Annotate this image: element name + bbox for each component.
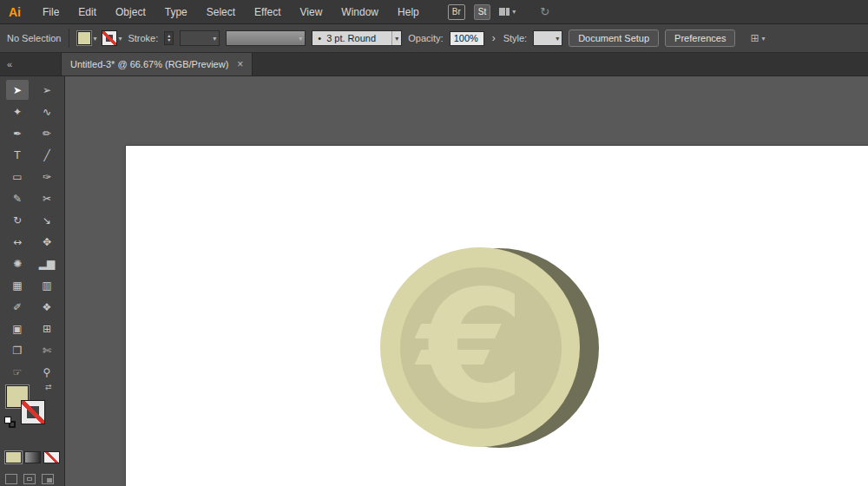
preferences-button[interactable]: Preferences [665, 30, 735, 47]
stroke-weight-dropdown[interactable]: ▾ [180, 30, 220, 46]
lasso-tool[interactable]: ∿ [36, 102, 58, 122]
magic-wand-tool[interactable]: ✦ [6, 102, 29, 122]
euro-symbol: € [372, 247, 571, 445]
tools-panel: ➤➢✦∿✒✏T╱▭✑✎✂↻↘↔✥✺▂▆▦▥✐❖▣⊞❐✄☞⚲ ⇄ [0, 76, 65, 486]
main-area: ➤➢✦∿✒✏T╱▭✑✎✂↻↘↔✥✺▂▆▦▥✐❖▣⊞❐✄☞⚲ ⇄ [0, 76, 868, 486]
control-bar: No Selection ▾ ▾ Stroke: ▴ ▾ ▾ ▾ • 3 pt.… [0, 24, 868, 53]
stroke-swatch [102, 31, 116, 45]
color-button[interactable] [5, 451, 22, 463]
menu-bar: Ai FileEditObjectTypeSelectEffectViewWin… [0, 0, 868, 24]
align-options-dropdown[interactable]: ⊞ ▾ [750, 32, 765, 44]
draw-behind-mode-button[interactable] [23, 474, 36, 484]
draw-inside-mode-button[interactable] [42, 474, 54, 484]
close-tab-icon[interactable]: × [237, 58, 243, 70]
app-logo: Ai [9, 5, 21, 19]
brush-definition-value: 3 pt. Round [326, 33, 376, 43]
stroke-color-well[interactable] [22, 401, 44, 424]
column-graph-tool[interactable]: ▂▆ [36, 253, 58, 273]
none-button[interactable] [43, 451, 60, 463]
blend-tool[interactable]: ❖ [36, 297, 58, 317]
stroke-weight-stepper[interactable]: ▴ ▾ [164, 31, 174, 45]
menu-item-window[interactable]: Window [332, 0, 388, 24]
style-label[interactable]: Style: [503, 33, 528, 43]
menu-right-icons: Br St ▾ ↻ [448, 4, 549, 20]
width-tool[interactable]: ↔ [6, 232, 29, 252]
swap-fill-stroke-icon[interactable]: ⇄ [45, 383, 52, 391]
menu: FileEditObjectTypeSelectEffectViewWindow… [33, 0, 429, 24]
width-profile-dropdown[interactable]: ▾ [226, 30, 306, 46]
scissors-tool[interactable]: ✂ [36, 188, 58, 208]
draw-normal-mode-button[interactable] [5, 474, 17, 484]
scale-tool[interactable]: ↘ [36, 210, 58, 230]
direct-selection-tool[interactable]: ➢ [36, 80, 58, 100]
collapse-panel-button[interactable]: « [0, 53, 61, 76]
none-slash-icon [102, 31, 116, 45]
mesh-tool[interactable]: ▦ [6, 275, 29, 295]
opacity-label[interactable]: Opacity: [408, 33, 443, 43]
chevron-down-icon: ▾ [391, 31, 401, 45]
menu-item-type[interactable]: Type [155, 0, 197, 24]
artboard-tool[interactable]: ❐ [6, 340, 29, 360]
chevron-down-icon: ▾ [761, 35, 765, 43]
type-tool[interactable]: T [6, 145, 29, 165]
drawing-mode-buttons [5, 474, 54, 484]
canvas-area[interactable]: € [65, 76, 868, 486]
slice-tool[interactable]: ✄ [36, 340, 58, 360]
rectangle-tool[interactable]: ▭ [6, 167, 29, 187]
chevron-down-icon: ▾ [296, 35, 305, 43]
blob-brush-tool[interactable]: ✏ [36, 123, 58, 143]
bridge-button[interactable]: Br [448, 4, 465, 20]
euro-coin-artwork[interactable]: € [126, 146, 868, 486]
gradient-button[interactable] [24, 451, 41, 463]
perspective-grid-tool[interactable]: ⊞ [36, 319, 58, 338]
brush-definition-dropdown[interactable]: • 3 pt. Round ▾ [312, 30, 402, 46]
tools-grid: ➤➢✦∿✒✏T╱▭✑✎✂↻↘↔✥✺▂▆▦▥✐❖▣⊞❐✄☞⚲ [6, 80, 58, 382]
document-tab-title: Untitled-3* @ 66.67% (RGB/Preview) [70, 59, 228, 69]
document-tab[interactable]: Untitled-3* @ 66.67% (RGB/Preview) × [61, 53, 253, 76]
stock-button[interactable]: St [474, 4, 490, 20]
paint-style-buttons [5, 451, 60, 463]
selection-tool[interactable]: ➤ [6, 80, 29, 100]
menu-item-file[interactable]: File [33, 0, 69, 24]
sync-icon[interactable]: ↻ [540, 5, 549, 18]
artboard[interactable]: € [126, 146, 868, 486]
paintbrush-tool[interactable]: ✑ [36, 167, 58, 187]
workspace-switcher[interactable]: ▾ [499, 8, 516, 16]
brush-bullet-icon: • [318, 33, 321, 43]
stepper-down-icon[interactable]: ▾ [168, 38, 170, 43]
symbol-sprayer-tool[interactable]: ✺ [6, 253, 29, 273]
gradient-tool[interactable]: ▥ [36, 275, 58, 295]
default-fill-icon [4, 417, 11, 424]
document-setup-button[interactable]: Document Setup [569, 30, 659, 47]
fill-color-dropdown[interactable]: ▾ [77, 31, 96, 45]
menu-item-help[interactable]: Help [388, 0, 429, 24]
stroke-color-dropdown[interactable]: ▾ [102, 31, 122, 45]
pen-tool[interactable]: ✒ [6, 123, 29, 143]
tab-strip: « Untitled-3* @ 66.67% (RGB/Preview) × [0, 53, 868, 76]
menu-item-edit[interactable]: Edit [69, 0, 106, 24]
default-fill-stroke-button[interactable] [4, 417, 18, 430]
pencil-tool[interactable]: ✎ [6, 188, 29, 208]
align-grid-icon: ⊞ [750, 32, 759, 44]
opacity-input[interactable]: 100% [450, 31, 484, 46]
live-paint-bucket-tool[interactable]: ▣ [6, 319, 29, 338]
rotate-tool[interactable]: ↻ [6, 210, 29, 230]
free-transform-tool[interactable]: ✥ [36, 232, 58, 252]
menu-item-view[interactable]: View [291, 0, 332, 24]
menu-item-effect[interactable]: Effect [245, 0, 290, 24]
none-slash-icon [22, 401, 44, 424]
hand-tool[interactable]: ☞ [6, 362, 29, 382]
chevron-down-icon: ▾ [210, 35, 219, 43]
style-dropdown[interactable]: ▾ [533, 30, 562, 46]
line-segment-tool[interactable]: ╱ [36, 145, 58, 165]
menu-item-select[interactable]: Select [197, 0, 245, 24]
stroke-label[interactable]: Stroke: [128, 33, 158, 43]
menu-item-object[interactable]: Object [106, 0, 155, 24]
zoom-tool[interactable]: ⚲ [36, 362, 58, 382]
opacity-options-button[interactable]: › [490, 33, 497, 43]
chevron-down-icon: ▾ [118, 35, 122, 43]
eyedropper-tool[interactable]: ✐ [6, 297, 29, 317]
divider [69, 29, 69, 48]
workspace-layout-icon [499, 8, 510, 16]
illustrator-window: Ai FileEditObjectTypeSelectEffectViewWin… [0, 0, 868, 486]
